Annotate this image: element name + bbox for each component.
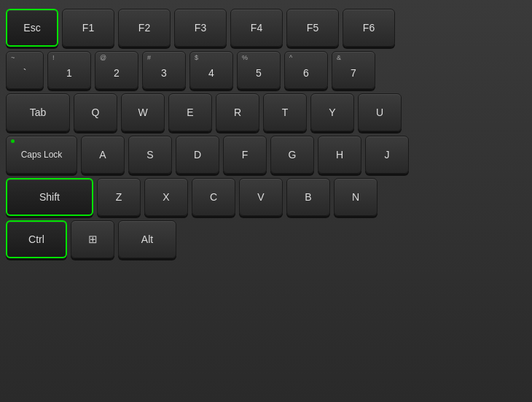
key-windows[interactable]: ⊞ xyxy=(71,220,114,258)
key-b[interactable]: B xyxy=(286,178,330,216)
key-w[interactable]: W xyxy=(121,93,165,131)
key-y[interactable]: Y xyxy=(310,93,354,131)
key-c[interactable]: C xyxy=(192,178,235,216)
key-r[interactable]: R xyxy=(216,93,259,131)
key-5[interactable]: % 5 xyxy=(237,51,281,89)
number-row: ~ ` ! 1 @ 2 # 3 $ 4 % 5 ^ 6 & 7 xyxy=(6,51,526,89)
key-f1[interactable]: F1 xyxy=(62,9,114,47)
windows-icon: ⊞ xyxy=(88,233,98,246)
key-alt[interactable]: Alt xyxy=(118,220,176,258)
function-row: Esc F1 F2 F3 F4 F5 F6 xyxy=(6,9,526,47)
key-tab[interactable]: Tab xyxy=(6,93,70,131)
key-s[interactable]: S xyxy=(128,136,172,174)
key-7[interactable]: & 7 xyxy=(332,51,375,89)
key-u[interactable]: U xyxy=(358,93,402,131)
key-capslock[interactable]: Caps Lock xyxy=(6,136,77,174)
key-t[interactable]: T xyxy=(263,93,307,131)
key-shift[interactable]: Shift xyxy=(6,178,93,216)
key-f5[interactable]: F5 xyxy=(286,9,339,47)
zxcv-row: Shift Z X C V B N xyxy=(6,178,526,216)
key-q[interactable]: Q xyxy=(74,93,117,131)
qwerty-row: Tab Q W E R T Y U xyxy=(6,93,526,131)
key-h[interactable]: H xyxy=(318,136,361,174)
capslock-indicator xyxy=(11,139,15,143)
key-z[interactable]: Z xyxy=(97,178,141,216)
asdf-row: Caps Lock A S D F G H J xyxy=(6,136,526,174)
key-f4[interactable]: F4 xyxy=(230,9,283,47)
key-d[interactable]: D xyxy=(176,136,219,174)
key-1[interactable]: ! 1 xyxy=(47,51,91,89)
key-g[interactable]: G xyxy=(270,136,314,174)
key-f6[interactable]: F6 xyxy=(343,9,395,47)
key-f3[interactable]: F3 xyxy=(174,9,227,47)
key-e[interactable]: E xyxy=(168,93,212,131)
key-ctrl[interactable]: Ctrl xyxy=(6,220,67,258)
key-f[interactable]: F xyxy=(223,136,267,174)
bottom-row: Ctrl ⊞ Alt xyxy=(6,220,526,258)
key-v[interactable]: V xyxy=(239,178,283,216)
key-4[interactable]: $ 4 xyxy=(189,51,233,89)
key-n[interactable]: N xyxy=(334,178,378,216)
key-a[interactable]: A xyxy=(81,136,125,174)
key-esc[interactable]: Esc xyxy=(6,9,58,47)
key-x[interactable]: X xyxy=(144,178,188,216)
key-f2[interactable]: F2 xyxy=(118,9,171,47)
key-j[interactable]: J xyxy=(365,136,409,174)
key-2[interactable]: @ 2 xyxy=(95,51,138,89)
key-6[interactable]: ^ 6 xyxy=(284,51,328,89)
key-3[interactable]: # 3 xyxy=(142,51,186,89)
key-backtick[interactable]: ~ ` xyxy=(6,51,44,89)
keyboard: Esc F1 F2 F3 F4 F5 F6 ~ ` ! 1 @ xyxy=(0,0,532,402)
